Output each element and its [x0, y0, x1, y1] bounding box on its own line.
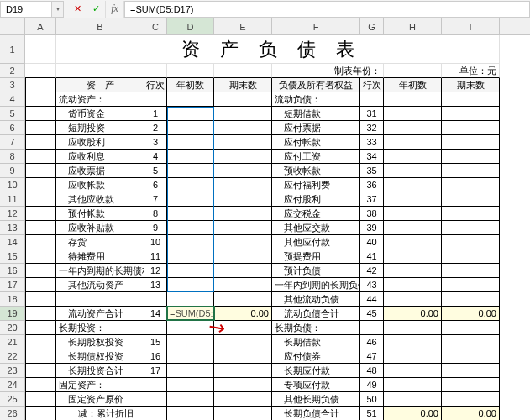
cell[interactable] [214, 135, 272, 150]
cell[interactable] [144, 321, 167, 335]
cell[interactable] [214, 121, 272, 135]
col-header[interactable]: F [272, 18, 360, 34]
row-header[interactable]: 13 [0, 221, 25, 235]
cell[interactable] [384, 278, 442, 292]
cell[interactable] [384, 164, 442, 178]
cell[interactable] [442, 150, 500, 164]
row-header[interactable]: 22 [0, 349, 25, 364]
cell[interactable] [442, 178, 500, 192]
cell-area[interactable]: ↘ 资产负债表制表年份：单位：元资 产行次年初数期末数负债及所有者权益行次年初数… [25, 35, 500, 420]
cell[interactable]: 流动资产： [56, 92, 144, 107]
cell[interactable]: 期末数 [442, 78, 500, 92]
cell[interactable] [214, 92, 272, 107]
cell[interactable] [214, 278, 272, 292]
cell[interactable] [214, 292, 272, 307]
cell[interactable]: 47 [360, 349, 384, 364]
cell[interactable] [25, 307, 56, 321]
cell[interactable] [442, 107, 500, 121]
cell[interactable]: 固定资产原价 [56, 392, 144, 407]
cell[interactable]: 流动资产合计 [56, 307, 144, 321]
cell[interactable] [25, 407, 56, 420]
cell[interactable] [167, 64, 214, 78]
cell[interactable] [25, 35, 56, 64]
cell[interactable] [25, 235, 56, 249]
cell[interactable] [167, 335, 214, 349]
cell[interactable]: 8 [144, 207, 167, 221]
cell[interactable]: =SUM(D5:D17) [167, 307, 214, 321]
cell[interactable] [384, 107, 442, 121]
cell[interactable] [25, 321, 56, 335]
row-header[interactable]: 14 [0, 235, 25, 249]
row-header[interactable]: 6 [0, 121, 25, 135]
cell[interactable]: 4 [144, 150, 167, 164]
col-header[interactable]: B [56, 18, 144, 34]
cell[interactable] [384, 178, 442, 192]
cell[interactable]: 长期借款 [272, 335, 360, 349]
cell[interactable]: 0.00 [442, 407, 500, 420]
name-box-dropdown[interactable]: ▾ [52, 1, 64, 18]
cell[interactable] [214, 378, 272, 392]
cell[interactable] [214, 392, 272, 407]
row-header[interactable]: 10 [0, 178, 25, 192]
cell[interactable] [56, 292, 144, 307]
cell[interactable] [214, 264, 272, 278]
cell[interactable]: 15 [144, 335, 167, 349]
cell[interactable] [442, 192, 500, 207]
cell[interactable]: 39 [360, 221, 384, 235]
fx-icon[interactable]: fx [106, 1, 124, 18]
cell[interactable]: 长期股权投资 [56, 335, 144, 349]
cell[interactable] [214, 207, 272, 221]
cell[interactable]: 其他流动资产 [56, 278, 144, 292]
cell[interactable] [442, 121, 500, 135]
cell[interactable] [384, 321, 442, 335]
cell[interactable] [442, 392, 500, 407]
cell[interactable] [214, 192, 272, 207]
row-header[interactable]: 18 [0, 292, 25, 307]
cell[interactable]: 43 [360, 278, 384, 292]
cell[interactable]: 长期投资合计 [56, 364, 144, 378]
col-header[interactable]: D [167, 18, 214, 34]
cell[interactable] [167, 249, 214, 264]
cell[interactable] [167, 407, 214, 420]
cell[interactable]: 行次 [360, 78, 384, 92]
cell[interactable] [167, 135, 214, 150]
cell[interactable] [25, 378, 56, 392]
cell[interactable] [167, 264, 214, 278]
cell[interactable] [167, 192, 214, 207]
cell[interactable] [442, 264, 500, 278]
row-header[interactable]: 3 [0, 78, 25, 92]
cell[interactable] [167, 164, 214, 178]
cell[interactable]: 长期投资： [56, 321, 144, 335]
cell[interactable]: 其他应收款 [56, 192, 144, 207]
cell[interactable] [384, 378, 442, 392]
cell[interactable] [25, 192, 56, 207]
cell[interactable] [25, 78, 56, 92]
cell[interactable] [25, 335, 56, 349]
cell[interactable]: 36 [360, 178, 384, 192]
cell[interactable] [384, 349, 442, 364]
cell[interactable]: 资产负债表 [56, 35, 500, 64]
formula-input[interactable]: =SUM(D5:D17) [124, 1, 530, 18]
cell[interactable]: 32 [360, 121, 384, 135]
cell[interactable]: 0.00 [442, 307, 500, 321]
cell[interactable]: 9 [144, 221, 167, 235]
row-header[interactable]: 20 [0, 321, 25, 335]
cell[interactable] [25, 64, 56, 78]
cell[interactable]: 1 [144, 107, 167, 121]
cell[interactable]: 期末数 [214, 78, 272, 92]
row-header[interactable]: 16 [0, 264, 25, 278]
cell[interactable]: 行次 [144, 78, 167, 92]
row-header[interactable]: 17 [0, 278, 25, 292]
cell[interactable]: 34 [360, 150, 384, 164]
cell[interactable] [167, 107, 214, 121]
confirm-icon[interactable]: ✓ [87, 1, 106, 18]
cell[interactable] [167, 178, 214, 192]
col-header[interactable]: H [384, 18, 442, 34]
cell[interactable]: 应收帐款 [56, 178, 144, 192]
cell[interactable] [167, 207, 214, 221]
cell[interactable]: 应付债券 [272, 349, 360, 364]
cell[interactable] [442, 92, 500, 107]
cell[interactable] [144, 392, 167, 407]
cell[interactable]: 14 [144, 307, 167, 321]
select-all[interactable] [0, 18, 25, 34]
